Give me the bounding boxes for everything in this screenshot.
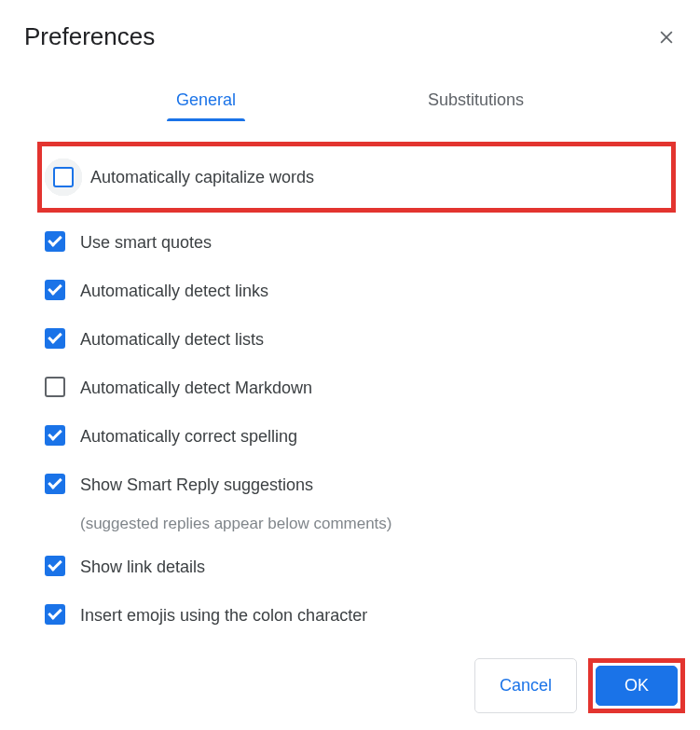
option-label: Automatically capitalize words [90,166,314,188]
checkbox-smart-quotes[interactable] [45,231,65,252]
option-label: Automatically detect links [80,280,268,302]
checkbox-correct-spelling[interactable] [45,425,65,446]
option-label: Insert emojis using the colon character [80,604,367,627]
option-label: Automatically correct spelling [80,425,297,448]
checkbox-detect-links[interactable] [45,280,65,300]
ok-button[interactable]: OK [596,666,678,706]
dialog-title: Preferences [24,22,155,51]
option-label: Automatically detect Markdown [80,377,312,399]
cancel-button[interactable]: Cancel [474,658,577,713]
preferences-dialog: Preferences General Substitutions Automa… [0,0,700,730]
tabs: General Substitutions [24,81,676,121]
option-smart-quotes: Use smart quotes [43,218,676,267]
option-detect-lists: Automatically detect lists [43,315,676,364]
option-detect-markdown: Automatically detect Markdown [43,364,676,412]
options-list: Automatically capitalize words Use smart… [24,142,676,640]
checkbox-detect-markdown[interactable] [45,377,65,397]
option-label: Show Smart Reply suggestions [80,474,313,496]
checkbox-detect-lists[interactable] [45,328,65,349]
option-label: Automatically detect lists [80,328,264,351]
option-link-details: Show link details [43,543,676,591]
option-correct-spelling: Automatically correct spelling [43,412,676,461]
close-icon[interactable] [657,28,676,47]
checkbox-smart-reply[interactable] [45,474,65,494]
checkbox-link-details[interactable] [45,556,65,576]
option-emoji-colon: Insert emojis using the colon character [43,591,676,640]
dialog-footer: Cancel OK [474,658,685,713]
dialog-header: Preferences [24,22,676,51]
tab-general[interactable]: General [158,81,254,121]
ok-button-highlight: OK [588,658,685,713]
option-smart-reply: Show Smart Reply suggestions (suggested … [43,461,676,533]
checkbox-auto-capitalize[interactable] [53,167,74,187]
checkbox-emoji-colon[interactable] [45,604,65,625]
tab-substitutions[interactable]: Substitutions [409,81,542,121]
option-detect-links: Automatically detect links [43,267,676,315]
option-auto-capitalize: Automatically capitalize words [37,142,676,213]
option-label: Show link details [80,556,205,578]
option-label: Use smart quotes [80,231,212,254]
option-sublabel: (suggested replies appear below comments… [80,515,676,533]
